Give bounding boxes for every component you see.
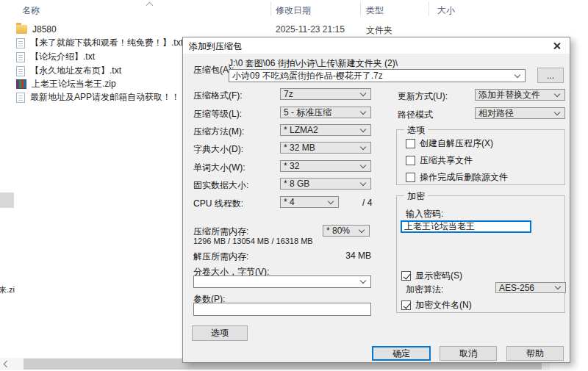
dictionary-combobox[interactable]: * 32 MB — [280, 142, 371, 154]
archive-name-value: 小诗09 不吃鸡蛋街拍作品-樱花开了.7z — [229, 70, 515, 82]
dialog-title: 添加到压缩包 — [189, 40, 242, 53]
options-group-title: 选项 — [404, 124, 428, 137]
checkbox-delete-after[interactable]: 操作完成后删除源文件 — [406, 171, 508, 184]
ok-button[interactable]: 确定 — [372, 346, 431, 361]
add-to-archive-dialog: 添加到压缩包 压缩包(A): J:\0 套图\06 街拍\小诗\上传\新建文件夹… — [182, 37, 570, 363]
path-mode-combobox[interactable]: 相对路径 — [475, 107, 565, 119]
zip-file-icon — [16, 79, 26, 89]
password-input[interactable] — [401, 220, 531, 233]
parameters-input[interactable] — [193, 303, 371, 316]
level-combobox[interactable]: 5 - 标准压缩 — [280, 107, 371, 118]
level-value: 5 - 标准压缩 — [281, 107, 361, 119]
options-group: 选项 创建自解压程序(X) 压缩共享文件 操作完成后删除源文件 — [396, 129, 565, 185]
help-button[interactable]: 帮助 — [506, 346, 564, 361]
split-size-combobox[interactable] — [193, 275, 371, 288]
clipped-filename-fragment: 来.zi — [0, 284, 15, 295]
cpu-threads-combobox[interactable]: * 4 — [280, 196, 339, 208]
file-date: 2025-11-23 21:15 — [276, 24, 345, 35]
column-header-date[interactable]: 修改日期 — [276, 4, 311, 17]
chevron-down-icon — [360, 162, 366, 168]
text-file-icon — [16, 38, 25, 48]
checkbox-show-password[interactable]: 显示密码(S) — [401, 270, 462, 282]
folder-icon — [16, 25, 27, 34]
file-row[interactable]: 上老王论坛当老王.zip — [16, 78, 116, 90]
archive-name-combobox[interactable]: 小诗09 不吃鸡蛋街拍作品-樱花开了.7z — [229, 69, 526, 82]
word-size-label: 单词大小(W): — [193, 162, 245, 174]
chevron-down-icon — [360, 143, 366, 149]
checkbox-encrypt-filenames[interactable]: 加密文件名(N) — [401, 299, 472, 311]
archive-directory: J:\0 套图\06 街拍\小诗\上传\新建文件夹 (2)\ — [229, 57, 398, 70]
method-combobox[interactable]: * LZMA2 — [280, 124, 371, 136]
close-button[interactable] — [546, 39, 567, 52]
checkbox-label: 操作完成后删除源文件 — [420, 171, 508, 184]
chevron-down-icon — [360, 179, 366, 185]
solid-block-label: 固实数据大小: — [193, 179, 248, 192]
chevron-down-icon — [554, 109, 560, 115]
encryption-method-value: AES-256 — [496, 283, 556, 293]
memory-decompress-value: 34 MB — [337, 251, 371, 261]
dialog-titlebar[interactable]: 添加到压缩包 — [183, 37, 570, 54]
encryption-method-combobox[interactable]: AES-256 — [495, 282, 566, 293]
method-label: 压缩方法(M): — [193, 126, 244, 138]
file-name: 【永久地址发布页】.txt — [30, 65, 121, 77]
dictionary-label: 字典大小(D): — [193, 143, 243, 156]
word-size-combobox[interactable]: * 32 — [280, 160, 371, 172]
method-value: * LZMA2 — [281, 125, 361, 135]
text-file-icon — [16, 93, 25, 103]
encryption-group-title: 加密 — [404, 190, 428, 203]
screen: 名称 修改日期 类型 大小 J8580 2025-11-23 21:15 文件夹… — [0, 0, 588, 371]
column-separator[interactable] — [360, 1, 361, 16]
path-mode-value: 相对路径 — [476, 107, 555, 120]
cpu-threads-value: * 4 — [281, 197, 329, 207]
chevron-down-icon — [360, 108, 366, 114]
memory-detail: 1296 MB / 13054 MB / 16318 MB — [193, 237, 313, 245]
close-icon — [553, 42, 561, 50]
text-file-icon — [16, 52, 25, 62]
file-row[interactable]: 【论坛介绍】.txt — [16, 51, 95, 63]
file-row[interactable]: 【永久地址发布页】.txt — [16, 65, 121, 77]
encryption-method-label: 加密算法: — [406, 284, 443, 296]
checkbox-compress-shared[interactable]: 压缩共享文件 — [406, 154, 473, 167]
cancel-button-label: 取消 — [459, 347, 477, 360]
browse-button[interactable]: ... — [537, 68, 564, 83]
file-name: 【论坛介绍】.txt — [30, 51, 95, 63]
chevron-down-icon — [514, 71, 520, 77]
cancel-button[interactable]: 取消 — [440, 346, 497, 361]
scroll-left-arrow-icon[interactable] — [4, 361, 11, 368]
solid-block-combobox[interactable]: * 8 GB — [280, 178, 371, 190]
file-row[interactable]: J8580 — [16, 23, 57, 35]
options-button[interactable]: 选项 — [192, 325, 248, 341]
path-mode-label: 路径模式 — [398, 109, 433, 121]
column-separator[interactable] — [270, 1, 271, 16]
file-name: 上老王论坛当老王.zip — [32, 78, 116, 90]
dictionary-value: * 32 MB — [281, 143, 361, 153]
format-combobox[interactable]: 7z — [280, 88, 371, 100]
checkbox-label: 压缩共享文件 — [420, 154, 473, 167]
chevron-down-icon — [360, 278, 366, 284]
column-header-name[interactable]: 名称 — [22, 4, 40, 17]
browse-label: ... — [547, 71, 554, 81]
file-row[interactable]: 【来了就能下载和观看！纯免费！】.txt — [16, 37, 183, 49]
checkbox-icon — [401, 271, 411, 281]
checkbox-icon — [401, 300, 411, 310]
checkbox-label: 创建自解压程序(X) — [420, 137, 493, 150]
checkbox-create-sfx[interactable]: 创建自解压程序(X) — [406, 137, 493, 150]
file-name: 最新地址及APP请发邮箱自动获取！！！.txt — [30, 91, 201, 104]
column-header-type[interactable]: 类型 — [366, 4, 384, 17]
chevron-down-icon — [328, 198, 334, 203]
encryption-group: 加密 输入密码: 显示密码(S) 加密算法: AES-256 加密文件名(N) — [396, 195, 565, 313]
solid-block-value: * 8 GB — [281, 179, 361, 189]
memory-decompress-label: 解压所需内存: — [193, 251, 248, 263]
column-header-size[interactable]: 大小 — [437, 4, 455, 17]
memory-percent-combobox[interactable]: * 80% — [323, 225, 370, 237]
chevron-down-icon — [555, 284, 561, 289]
checkbox-label: 加密文件名(N) — [415, 299, 472, 311]
file-row[interactable]: 最新地址及APP请发邮箱自动获取！！！.txt — [16, 91, 201, 104]
memory-percent-value: * 80% — [323, 226, 359, 236]
background-window-fragment — [0, 192, 14, 208]
column-separator[interactable] — [429, 1, 429, 16]
options-button-label: 选项 — [211, 327, 229, 339]
update-mode-value: 添加并替换文件 — [476, 89, 555, 101]
file-name: 【来了就能下载和观看！纯免费！】.txt — [30, 37, 183, 49]
update-mode-combobox[interactable]: 添加并替换文件 — [475, 89, 565, 101]
